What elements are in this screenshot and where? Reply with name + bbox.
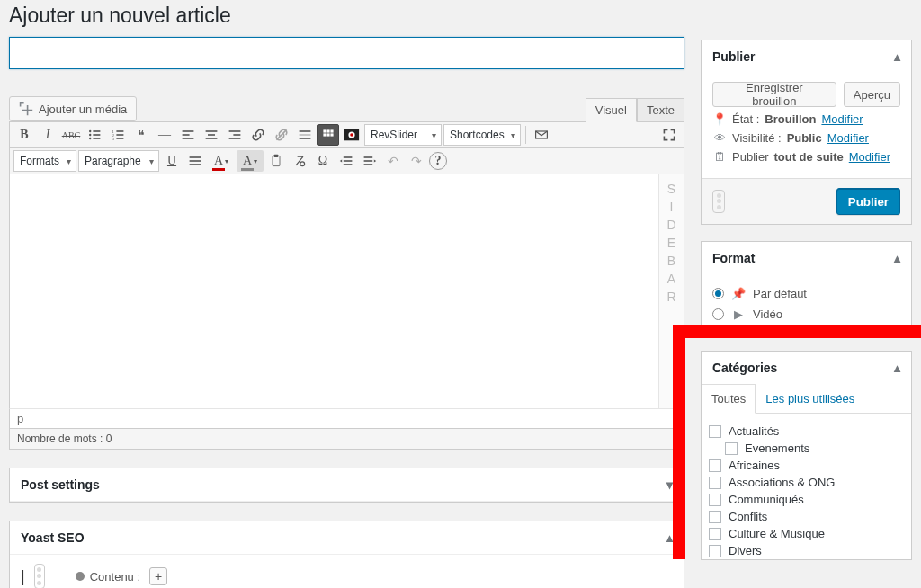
schedule-value: tout de suite — [773, 150, 843, 164]
revslider-icon[interactable] — [341, 124, 362, 146]
formats-select[interactable]: Formats — [13, 150, 76, 172]
fullscreen-button[interactable] — [658, 124, 680, 146]
strike-button[interactable]: ABC — [60, 124, 82, 146]
link-button[interactable] — [247, 124, 269, 146]
svg-rect-23 — [300, 134, 311, 136]
checkbox-icon[interactable] — [709, 528, 721, 540]
categories-tab-popular[interactable]: Les plus utilisées — [756, 384, 864, 414]
caret-up-icon[interactable]: ▴ — [666, 530, 673, 545]
justify-button[interactable] — [184, 150, 206, 172]
format-video-label: Vidéo — [753, 307, 782, 321]
clear-format-button[interactable] — [289, 150, 310, 172]
schedule-label: Publier — [732, 150, 768, 164]
numbered-list-button[interactable]: 123 — [107, 124, 129, 146]
outdent-button[interactable] — [335, 150, 357, 172]
bullet-list-button[interactable] — [84, 124, 105, 146]
paragraph-select[interactable]: Paragraphe — [78, 150, 159, 172]
publish-button[interactable]: Publier — [836, 188, 900, 215]
align-right-button[interactable] — [224, 124, 246, 146]
categories-tab-all[interactable]: Toutes — [702, 384, 756, 414]
svg-rect-13 — [183, 134, 190, 136]
caret-up-icon[interactable]: ▴ — [894, 361, 900, 375]
calendar-icon: 🗓 — [712, 150, 727, 164]
svg-rect-11 — [116, 138, 123, 139]
checkbox-icon[interactable] — [709, 459, 721, 472]
checkbox-icon[interactable] — [709, 425, 721, 438]
edit-status-link[interactable]: Modifier — [821, 112, 863, 126]
envelope-button[interactable] — [531, 124, 552, 146]
format-box: Format▴ 📌 Par défaut ▶ Vidéo — [701, 241, 912, 334]
category-item[interactable]: Evenements — [725, 440, 904, 457]
svg-rect-35 — [190, 156, 201, 158]
text-color-button[interactable]: A▾ — [208, 150, 235, 172]
shortcodes-select[interactable]: Shortcodes — [443, 124, 521, 146]
checkbox-icon[interactable] — [725, 442, 738, 455]
italic-button[interactable]: I — [37, 124, 58, 146]
category-item[interactable]: Actualités — [709, 423, 904, 440]
edit-visibility-link[interactable]: Modifier — [827, 131, 869, 145]
caret-down-icon[interactable]: ▾ — [666, 477, 673, 492]
category-item[interactable]: Associations & ONG — [709, 474, 904, 491]
checkbox-icon[interactable] — [709, 477, 721, 489]
editor-content[interactable] — [10, 174, 658, 408]
align-left-button[interactable] — [177, 124, 199, 146]
blockquote-button[interactable]: ❝ — [130, 124, 152, 146]
post-title-input[interactable] — [9, 37, 684, 69]
caret-up-icon[interactable]: ▴ — [894, 49, 900, 64]
bold-button[interactable]: B — [13, 124, 35, 146]
checkbox-icon[interactable] — [709, 494, 721, 506]
publish-title: Publier — [712, 49, 755, 64]
sidebar-stripe: S I D E B A R — [658, 174, 684, 408]
svg-rect-38 — [273, 156, 280, 165]
svg-rect-43 — [344, 164, 353, 165]
status-label: État : — [732, 112, 759, 126]
highlight-color-button[interactable]: A▾ — [237, 150, 264, 172]
hr-button[interactable]: — — [154, 124, 175, 146]
underline-button[interactable]: U — [161, 150, 183, 172]
svg-rect-44 — [364, 156, 373, 158]
editor-tab-text[interactable]: Texte — [637, 98, 684, 121]
svg-rect-39 — [274, 155, 279, 157]
edit-schedule-link[interactable]: Modifier — [849, 150, 890, 164]
svg-point-0 — [89, 130, 91, 132]
visibility-label: Visibilité : — [732, 131, 782, 145]
format-option-default[interactable]: 📌 Par défaut — [712, 283, 900, 304]
svg-rect-18 — [229, 130, 241, 132]
unlink-button[interactable] — [271, 124, 292, 146]
categories-box: Catégories▴ Toutes Les plus utilisées Ac… — [701, 351, 912, 560]
save-draft-button[interactable]: Enregistrer brouillon — [712, 82, 836, 107]
svg-rect-41 — [344, 156, 353, 158]
category-item[interactable]: Divers — [709, 542, 904, 559]
checkbox-icon[interactable] — [709, 511, 721, 523]
redo-button[interactable]: ↷ — [406, 150, 427, 172]
revslider-select[interactable]: RevSlider — [364, 124, 442, 146]
radio-checked-icon — [712, 288, 724, 299]
undo-button[interactable]: ↶ — [382, 150, 404, 172]
preview-button[interactable]: Aperçu — [844, 82, 900, 107]
more-button[interactable] — [294, 124, 316, 146]
add-keyword-button[interactable]: + — [149, 567, 167, 585]
align-center-button[interactable] — [201, 124, 222, 146]
indent-button[interactable] — [359, 150, 380, 172]
category-item[interactable]: Conflits — [709, 508, 904, 525]
caret-up-icon[interactable]: ▴ — [894, 251, 900, 265]
yoast-content-tab[interactable]: Contenu : — [76, 570, 140, 584]
category-item[interactable]: Africaines — [709, 457, 904, 474]
category-item[interactable]: Communiqués — [709, 491, 904, 508]
editor-tab-visual[interactable]: Visuel — [586, 98, 637, 122]
add-media-button[interactable]: Ajouter un média — [9, 96, 137, 121]
format-option-video[interactable]: ▶ Vidéo — [712, 304, 900, 325]
status-path: p — [9, 408, 684, 429]
toolbar-toggle-button[interactable] — [317, 124, 339, 146]
help-button[interactable]: ? — [429, 152, 447, 170]
word-count: Nombre de mots : 0 — [9, 429, 684, 450]
category-item[interactable]: Culture & Musique — [709, 525, 904, 542]
visibility-value: Public — [787, 131, 822, 145]
paste-button[interactable] — [265, 150, 287, 172]
special-char-button[interactable]: Ω — [312, 150, 334, 172]
svg-rect-27 — [330, 129, 333, 132]
svg-rect-17 — [206, 138, 218, 139]
yoast-seo-title: Yoast SEO — [21, 530, 85, 545]
checkbox-icon[interactable] — [709, 545, 721, 557]
svg-point-2 — [89, 134, 91, 136]
